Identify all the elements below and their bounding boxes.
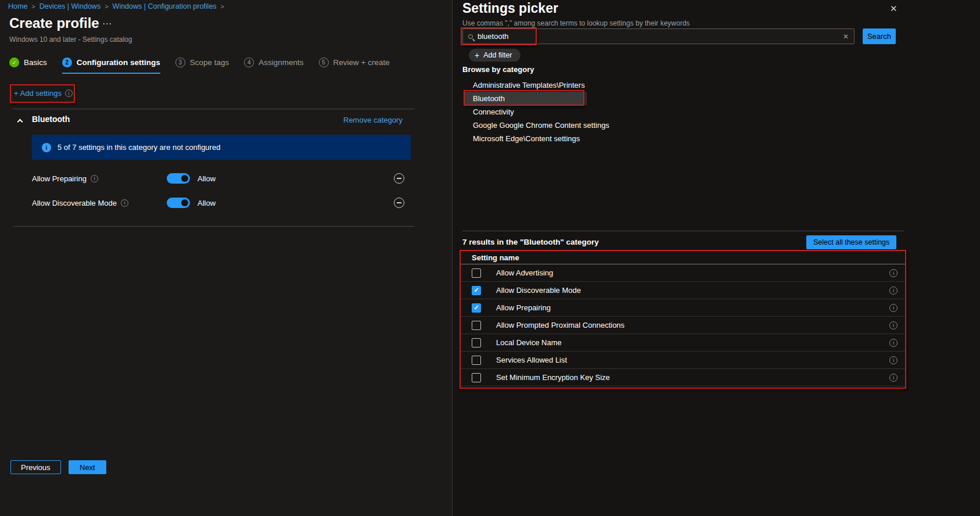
info-icon <box>65 89 73 97</box>
info-icon[interactable] <box>889 321 898 329</box>
breadcrumb-separator-icon: > <box>31 3 35 10</box>
info-icon[interactable] <box>91 175 98 182</box>
divider <box>13 109 414 109</box>
collapse-chevron-icon[interactable] <box>17 119 23 125</box>
panel-subtitle: Use commas "," among search terms to loo… <box>462 19 690 27</box>
panel-title: Settings picker <box>462 1 558 16</box>
step-label: Scope tags <box>190 58 229 67</box>
allow-prepairing-toggle[interactable] <box>167 173 190 184</box>
step-basics[interactable]: ✓ Basics <box>9 58 47 73</box>
category-item-connectivity[interactable]: Connectivity <box>465 105 587 119</box>
info-icon[interactable] <box>889 286 898 295</box>
breadcrumb-separator-icon: > <box>221 3 224 10</box>
divider <box>462 231 904 231</box>
setting-label: Allow Discoverable Mode <box>32 199 117 207</box>
category-item-bluetooth[interactable]: Bluetooth <box>465 92 587 105</box>
allow-discoverable-mode-toggle[interactable] <box>167 198 190 208</box>
setting-row-allow-prepairing: Allow Prepairing Allow <box>32 172 415 185</box>
step-label: Assignments <box>259 58 303 67</box>
page-title: Create profile <box>9 15 99 31</box>
setting-row[interactable]: Allow Prompted Proximal Connections <box>461 317 905 334</box>
setting-name: Local Device Name <box>496 338 562 347</box>
setting-name: Allow Discoverable Mode <box>496 286 581 295</box>
search-input[interactable] <box>473 32 843 41</box>
setting-row[interactable]: Local Device Name <box>461 334 905 352</box>
setting-checkbox[interactable] <box>472 356 481 365</box>
info-banner-text: 5 of 7 settings in this category are not… <box>58 143 220 152</box>
search-button[interactable]: Search <box>863 28 896 44</box>
settings-picker-panel: Settings picker ✕ Use commas "," among s… <box>452 0 980 516</box>
info-icon[interactable] <box>889 339 898 347</box>
setting-row[interactable]: Services Allowed List <box>461 352 905 369</box>
breadcrumb-separator-icon: > <box>105 3 108 10</box>
search-input-container: ✕ <box>462 28 855 44</box>
browse-by-category-label: Browse by category <box>462 65 534 74</box>
setting-name: Services Allowed List <box>496 356 567 364</box>
step-label: Configuration settings <box>77 58 160 67</box>
wizard-steps: ✓ Basics 2 Configuration settings 3 Scop… <box>9 58 390 74</box>
step-scope-tags[interactable]: 3 Scope tags <box>175 58 229 73</box>
category-list: Administrative Templates\Printers Blueto… <box>465 78 587 145</box>
remove-category-link[interactable]: Remove category <box>343 116 403 124</box>
step-number-badge: 4 <box>244 58 254 67</box>
setting-checkbox[interactable] <box>472 268 481 278</box>
setting-checkbox[interactable] <box>472 303 481 313</box>
page-subtitle: Windows 10 and later - Settings catalog <box>9 35 132 44</box>
add-filter-label: Add filter <box>483 51 512 59</box>
add-settings-label: + Add settings <box>14 89 62 98</box>
table-header-setting-name: Setting name <box>461 251 905 264</box>
add-filter-button[interactable]: + Add filter <box>469 49 520 62</box>
breadcrumb: Home>Devices | Windows>Windows | Configu… <box>8 2 228 10</box>
setting-name: Allow Advertising <box>496 268 553 277</box>
step-configuration-settings[interactable]: 2 Configuration settings <box>62 58 160 74</box>
setting-checkbox[interactable] <box>472 373 481 382</box>
create-profile-page: Home>Devices | Windows>Windows | Configu… <box>0 0 452 516</box>
setting-name: Set Minimum Encryption Key Size <box>496 373 610 382</box>
setting-name: Allow Prepairing <box>496 303 551 312</box>
setting-row[interactable]: Set Minimum Encryption Key Size <box>461 369 905 386</box>
close-icon[interactable]: ✕ <box>890 3 898 14</box>
more-menu-icon[interactable]: ⋯ <box>102 18 112 29</box>
remove-setting-icon[interactable] <box>394 198 404 208</box>
setting-row[interactable]: Allow Discoverable Mode <box>461 282 905 299</box>
info-banner: 5 of 7 settings in this category are not… <box>32 135 411 160</box>
step-number-badge: 3 <box>175 58 185 67</box>
info-icon[interactable] <box>889 304 898 312</box>
setting-checkbox[interactable] <box>472 338 481 347</box>
info-icon[interactable] <box>889 269 898 277</box>
setting-checkbox[interactable] <box>472 321 481 330</box>
step-label: Basics <box>24 58 47 67</box>
info-icon <box>42 143 51 152</box>
setting-name: Allow Prompted Proximal Connections <box>496 321 624 329</box>
category-section-title: Bluetooth <box>32 114 70 124</box>
step-number-badge: 2 <box>62 58 72 67</box>
info-icon[interactable] <box>889 356 898 364</box>
info-icon[interactable] <box>889 374 898 382</box>
setting-row[interactable]: Allow Advertising <box>461 264 905 282</box>
category-item-microsoft-edge-content-settings[interactable]: Microsoft Edge\Content settings <box>465 132 587 145</box>
results-count-label: 7 results in the "Bluetooth" category <box>462 238 599 246</box>
select-all-settings-button[interactable]: Select all these settings <box>806 235 896 249</box>
breadcrumb-item-home[interactable]: Home <box>8 2 27 10</box>
next-button[interactable]: Next <box>69 460 106 474</box>
search-icon <box>468 34 473 39</box>
step-review-create[interactable]: 5 Review + create <box>319 58 390 73</box>
clear-search-icon[interactable]: ✕ <box>843 33 849 41</box>
category-item-administrative-templates-printers[interactable]: Administrative Templates\Printers <box>465 78 587 92</box>
breadcrumb-item-devices-windows[interactable]: Devices | Windows <box>40 2 100 10</box>
divider <box>13 226 414 227</box>
previous-button[interactable]: Previous <box>10 460 61 474</box>
step-number-badge: 5 <box>319 58 329 67</box>
info-icon[interactable] <box>121 199 128 207</box>
plus-icon: + <box>475 51 479 59</box>
step-assignments[interactable]: 4 Assignments <box>244 58 303 73</box>
step-complete-icon: ✓ <box>9 58 19 67</box>
setting-checkbox[interactable] <box>472 286 481 295</box>
add-settings-link[interactable]: + Add settings <box>14 89 73 98</box>
remove-setting-icon[interactable] <box>394 173 404 184</box>
setting-label: Allow Prepairing <box>32 174 87 183</box>
category-item-google-chrome-content-settings[interactable]: Google Google Chrome Content settings <box>465 119 587 132</box>
breadcrumb-item-configuration-profiles[interactable]: Windows | Configuration profiles <box>113 2 217 10</box>
setting-row[interactable]: Allow Prepairing <box>461 299 905 317</box>
settings-results-table: Setting name Allow Advertising Allow Dis… <box>461 251 905 386</box>
